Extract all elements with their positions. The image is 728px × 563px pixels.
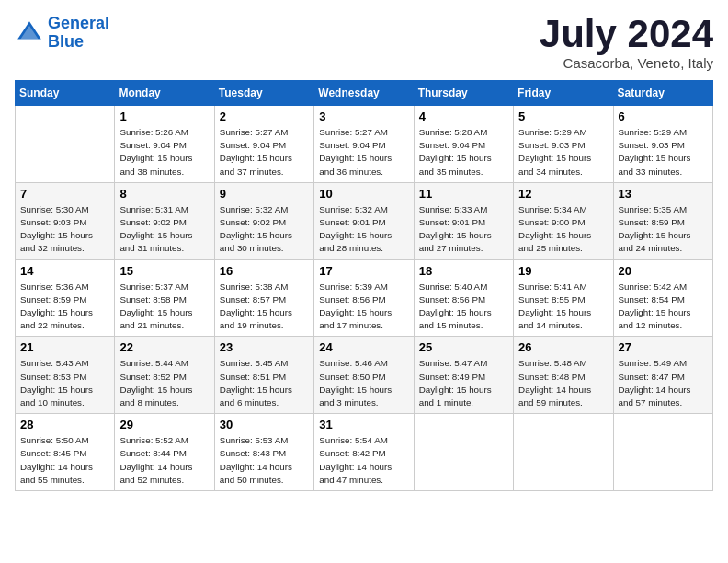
week-row-2: 7Sunrise: 5:30 AM Sunset: 9:03 PM Daylig… [16, 182, 713, 259]
week-row-4: 21Sunrise: 5:43 AM Sunset: 8:53 PM Dayli… [16, 337, 713, 414]
week-row-5: 28Sunrise: 5:50 AM Sunset: 8:45 PM Dayli… [16, 414, 713, 491]
day-info: Sunrise: 5:29 AM Sunset: 9:03 PM Dayligh… [619, 126, 708, 178]
column-header-sunday: Sunday [16, 81, 115, 106]
day-cell [414, 414, 513, 491]
day-number: 17 [319, 264, 408, 278]
day-number: 15 [119, 264, 209, 278]
day-cell: 9Sunrise: 5:32 AM Sunset: 9:02 PM Daylig… [214, 182, 313, 259]
day-cell: 31Sunrise: 5:54 AM Sunset: 8:42 PM Dayli… [314, 414, 414, 491]
day-info: Sunrise: 5:35 AM Sunset: 8:59 PM Dayligh… [619, 203, 708, 256]
day-cell: 10Sunrise: 5:32 AM Sunset: 9:01 PM Dayli… [314, 182, 414, 259]
day-info: Sunrise: 5:28 AM Sunset: 9:04 PM Dayligh… [419, 126, 508, 178]
day-cell [16, 106, 115, 183]
day-number: 11 [419, 187, 508, 201]
day-number: 27 [619, 340, 708, 354]
column-header-tuesday: Tuesday [214, 81, 313, 106]
day-cell: 29Sunrise: 5:52 AM Sunset: 8:44 PM Dayli… [115, 414, 214, 491]
page-header: General Blue July 2024 Casacorba, Veneto… [15, 15, 713, 71]
day-info: Sunrise: 5:49 AM Sunset: 8:47 PM Dayligh… [619, 357, 708, 409]
day-cell: 17Sunrise: 5:39 AM Sunset: 8:56 PM Dayli… [314, 259, 414, 337]
logo: General Blue [15, 15, 109, 52]
day-info: Sunrise: 5:44 AM Sunset: 8:52 PM Dayligh… [119, 357, 209, 409]
header-row: SundayMondayTuesdayWednesdayThursdayFrid… [16, 81, 713, 106]
day-cell: 6Sunrise: 5:29 AM Sunset: 9:03 PM Daylig… [613, 106, 712, 183]
day-info: Sunrise: 5:29 AM Sunset: 9:03 PM Dayligh… [518, 126, 608, 178]
day-info: Sunrise: 5:39 AM Sunset: 8:56 PM Dayligh… [319, 281, 408, 333]
title-block: July 2024 Casacorba, Veneto, Italy [540, 15, 713, 71]
day-number: 8 [119, 187, 209, 201]
day-number: 29 [119, 418, 209, 431]
day-cell: 2Sunrise: 5:27 AM Sunset: 9:04 PM Daylig… [214, 106, 313, 183]
day-info: Sunrise: 5:31 AM Sunset: 9:02 PM Dayligh… [119, 203, 209, 256]
logo-line2: Blue [48, 32, 84, 51]
day-cell: 13Sunrise: 5:35 AM Sunset: 8:59 PM Dayli… [613, 182, 712, 259]
day-number: 13 [619, 187, 708, 201]
day-number: 30 [220, 418, 309, 431]
day-number: 1 [119, 109, 209, 123]
day-cell: 21Sunrise: 5:43 AM Sunset: 8:53 PM Dayli… [16, 337, 115, 414]
day-number: 21 [20, 340, 109, 354]
day-cell: 14Sunrise: 5:36 AM Sunset: 8:59 PM Dayli… [16, 259, 115, 337]
day-number: 2 [220, 109, 309, 123]
day-info: Sunrise: 5:27 AM Sunset: 9:04 PM Dayligh… [319, 126, 408, 178]
day-cell: 4Sunrise: 5:28 AM Sunset: 9:04 PM Daylig… [414, 106, 513, 183]
day-info: Sunrise: 5:26 AM Sunset: 9:04 PM Dayligh… [119, 126, 209, 178]
day-cell: 16Sunrise: 5:38 AM Sunset: 8:57 PM Dayli… [214, 259, 313, 337]
day-cell: 15Sunrise: 5:37 AM Sunset: 8:58 PM Dayli… [115, 259, 214, 337]
day-number: 18 [419, 264, 508, 278]
day-info: Sunrise: 5:34 AM Sunset: 9:00 PM Dayligh… [518, 203, 608, 256]
day-cell: 26Sunrise: 5:48 AM Sunset: 8:48 PM Dayli… [514, 337, 613, 414]
day-info: Sunrise: 5:32 AM Sunset: 9:02 PM Dayligh… [220, 203, 309, 256]
day-info: Sunrise: 5:52 AM Sunset: 8:44 PM Dayligh… [119, 434, 209, 487]
day-cell: 24Sunrise: 5:46 AM Sunset: 8:50 PM Dayli… [314, 337, 414, 414]
logo-text: General Blue [48, 15, 109, 52]
day-number: 26 [518, 340, 608, 354]
day-number: 12 [518, 187, 608, 201]
day-number: 19 [518, 264, 608, 278]
calendar-table: SundayMondayTuesdayWednesdayThursdayFrid… [15, 80, 713, 491]
day-cell: 3Sunrise: 5:27 AM Sunset: 9:04 PM Daylig… [314, 106, 414, 183]
month-title: July 2024 [540, 15, 713, 53]
day-info: Sunrise: 5:32 AM Sunset: 9:01 PM Dayligh… [319, 203, 408, 256]
day-number: 7 [20, 187, 109, 201]
day-number: 20 [619, 264, 708, 278]
column-header-saturday: Saturday [613, 81, 712, 106]
day-number: 16 [220, 264, 309, 278]
day-info: Sunrise: 5:37 AM Sunset: 8:58 PM Dayligh… [119, 281, 209, 333]
day-number: 31 [319, 418, 408, 431]
day-cell: 20Sunrise: 5:42 AM Sunset: 8:54 PM Dayli… [613, 259, 712, 337]
day-cell: 5Sunrise: 5:29 AM Sunset: 9:03 PM Daylig… [514, 106, 613, 183]
day-info: Sunrise: 5:50 AM Sunset: 8:45 PM Dayligh… [20, 434, 109, 487]
location: Casacorba, Veneto, Italy [540, 55, 713, 71]
day-number: 10 [319, 187, 408, 201]
day-number: 25 [419, 340, 508, 354]
day-info: Sunrise: 5:48 AM Sunset: 8:48 PM Dayligh… [518, 357, 608, 409]
day-cell: 18Sunrise: 5:40 AM Sunset: 8:56 PM Dayli… [414, 259, 513, 337]
column-header-monday: Monday [115, 81, 214, 106]
week-row-3: 14Sunrise: 5:36 AM Sunset: 8:59 PM Dayli… [16, 259, 713, 337]
day-cell: 7Sunrise: 5:30 AM Sunset: 9:03 PM Daylig… [16, 182, 115, 259]
day-info: Sunrise: 5:42 AM Sunset: 8:54 PM Dayligh… [619, 281, 708, 333]
week-row-1: 1Sunrise: 5:26 AM Sunset: 9:04 PM Daylig… [16, 106, 713, 183]
day-info: Sunrise: 5:47 AM Sunset: 8:49 PM Dayligh… [419, 357, 508, 409]
logo-line1: General [48, 14, 109, 32]
day-number: 4 [419, 109, 508, 123]
day-number: 6 [619, 109, 708, 123]
day-cell: 30Sunrise: 5:53 AM Sunset: 8:43 PM Dayli… [214, 414, 313, 491]
day-info: Sunrise: 5:33 AM Sunset: 9:01 PM Dayligh… [419, 203, 508, 256]
day-number: 22 [119, 340, 209, 354]
day-cell: 19Sunrise: 5:41 AM Sunset: 8:55 PM Dayli… [514, 259, 613, 337]
day-info: Sunrise: 5:38 AM Sunset: 8:57 PM Dayligh… [220, 281, 309, 333]
day-info: Sunrise: 5:46 AM Sunset: 8:50 PM Dayligh… [319, 357, 408, 409]
day-cell: 25Sunrise: 5:47 AM Sunset: 8:49 PM Dayli… [414, 337, 513, 414]
day-cell: 12Sunrise: 5:34 AM Sunset: 9:00 PM Dayli… [514, 182, 613, 259]
day-cell [514, 414, 613, 491]
day-cell: 23Sunrise: 5:45 AM Sunset: 8:51 PM Dayli… [214, 337, 313, 414]
column-header-friday: Friday [514, 81, 613, 106]
day-info: Sunrise: 5:54 AM Sunset: 8:42 PM Dayligh… [319, 434, 408, 487]
day-info: Sunrise: 5:27 AM Sunset: 9:04 PM Dayligh… [220, 126, 309, 178]
day-cell: 11Sunrise: 5:33 AM Sunset: 9:01 PM Dayli… [414, 182, 513, 259]
day-number: 23 [220, 340, 309, 354]
day-info: Sunrise: 5:53 AM Sunset: 8:43 PM Dayligh… [220, 434, 309, 487]
column-header-thursday: Thursday [414, 81, 513, 106]
